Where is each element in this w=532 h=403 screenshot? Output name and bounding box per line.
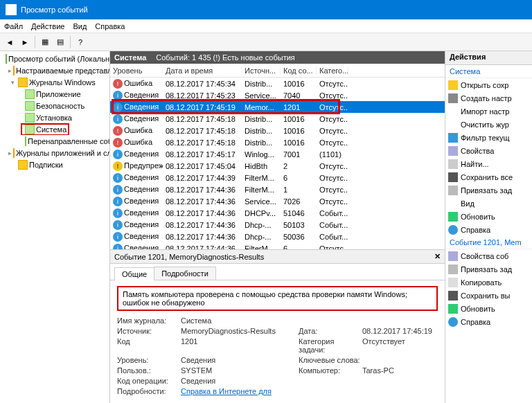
lbl-log: Имя журнала: [117, 316, 181, 325]
action-event-attach[interactable]: Привязать зад [445, 262, 532, 276]
val-source: MemoryDiagnostics-Results [181, 327, 299, 335]
val-level: Сведения [181, 356, 299, 364]
properties-icon [448, 251, 458, 261]
event-row[interactable]: iСведения08.12.2017 17:44:36Dhcp-...5010… [110, 219, 445, 231]
col-category[interactable]: Катего... [317, 66, 348, 75]
message-box: Память компьютера проверена с помощью ср… [117, 286, 438, 311]
show-hide-button[interactable]: ▦ [38, 35, 52, 49]
attach-icon [448, 265, 458, 274]
lbl-user: Пользов.: [117, 366, 181, 375]
col-date[interactable]: Дата и время [163, 66, 242, 75]
filter-icon [448, 133, 458, 143]
val-user: SYSTEM [181, 366, 299, 375]
folder-open-icon [448, 80, 458, 90]
lbl-level: Уровень: [117, 356, 181, 364]
menu-help[interactable]: Справка [95, 22, 125, 30]
lbl-code: Код [117, 337, 181, 354]
link-online-help[interactable]: Справка в Интернете для [181, 387, 272, 395]
event-row[interactable]: iСведения08.12.2017 17:44:36Dhcp-...5003… [110, 231, 445, 242]
event-row[interactable]: iСведения08.12.2017 17:44:36DHCPv...5104… [110, 207, 445, 219]
tree-security[interactable]: Безопасность [0, 100, 109, 111]
window-titlebar: Просмотр событий [0, 0, 532, 19]
tree-setup[interactable]: Установка [0, 111, 109, 123]
menu-view[interactable]: Вид [73, 22, 87, 30]
action-event-props[interactable]: Свойства соб [445, 249, 532, 262]
blank-icon [448, 199, 458, 208]
help-icon [448, 317, 458, 327]
event-row[interactable]: iСведения08.12.2017 17:44:36FilterM...1О… [110, 183, 445, 195]
center-header: Система Событий: 1 435 (!) Есть новые со… [110, 51, 445, 64]
val-log: Система [181, 316, 211, 325]
center-pane: Система Событий: 1 435 (!) Есть новые со… [110, 51, 445, 403]
actions-title: Действия [445, 51, 532, 65]
event-row[interactable]: iСведения08.12.2017 17:45:19Memor...1201… [110, 101, 445, 113]
action-find[interactable]: Найти... [445, 157, 532, 170]
tree-windows-logs[interactable]: ▾Журналы Windows [0, 76, 109, 88]
event-row[interactable]: iСведения08.12.2017 17:45:18Distrib...10… [110, 113, 445, 125]
app-icon [6, 4, 17, 15]
action-view[interactable]: Вид [445, 197, 532, 210]
properties-icon [448, 146, 458, 156]
save-icon [448, 172, 458, 182]
action-copy[interactable]: Копировать [445, 276, 532, 289]
event-row[interactable]: !Ошибка08.12.2017 17:45:34Distrib...1001… [110, 78, 445, 89]
col-level[interactable]: Уровень [110, 66, 163, 75]
tree-forwarded[interactable]: Перенаправленные соб [0, 135, 109, 147]
action-event-help[interactable]: Справка [445, 315, 532, 328]
export-button[interactable]: ▤ [53, 35, 67, 49]
back-button[interactable]: ◄ [3, 35, 17, 49]
tree-application[interactable]: Приложение [0, 88, 109, 100]
action-create-view[interactable]: Создать настр [445, 91, 532, 105]
action-open-saved[interactable]: Открыть сохр [445, 78, 532, 91]
detail-header: Событие 1201, MemoryDiagnostics-Results … [110, 250, 445, 264]
center-status: Событий: 1 435 (!) Есть новые события [156, 53, 294, 62]
tree-root[interactable]: Просмотр событий (Локальн [0, 53, 109, 64]
gear-icon [448, 93, 458, 103]
toolbar: ◄ ► ▦ ▤ ? [0, 33, 532, 51]
action-save-all[interactable]: Сохранить все [445, 170, 532, 183]
col-source[interactable]: Источн... [242, 66, 281, 75]
action-filter[interactable]: Фильтр текущ [445, 131, 532, 144]
event-row[interactable]: !Предупреж...08.12.2017 17:45:04HidBth2О… [110, 160, 445, 172]
tree-subscriptions[interactable]: Подписки [0, 159, 109, 170]
forward-button[interactable]: ► [18, 35, 32, 49]
event-row[interactable]: iСведения08.12.2017 17:45:17Winlog...700… [110, 148, 445, 160]
tree-system[interactable]: Система [0, 123, 109, 135]
tab-general[interactable]: Общие [114, 267, 154, 280]
separator [70, 36, 71, 48]
action-clear[interactable]: Очистить жур [445, 118, 532, 131]
action-event-refresh[interactable]: Обновить [445, 302, 532, 315]
detail-body: Память компьютера проверена с помощью ср… [110, 280, 445, 403]
separator [35, 36, 35, 48]
action-properties[interactable]: Свойства [445, 144, 532, 157]
help-button[interactable]: ? [73, 35, 87, 49]
action-event-save[interactable]: Сохранить вы [445, 289, 532, 302]
tree-custom-views[interactable]: ▸Настраиваемые представл [0, 64, 109, 76]
blank-icon [448, 107, 458, 116]
val-opcode: Сведения [181, 377, 215, 385]
action-refresh[interactable]: Обновить [445, 210, 532, 223]
menu-action[interactable]: Действие [31, 22, 64, 30]
save-icon [448, 291, 458, 301]
tree-app-service-logs[interactable]: ▸Журналы приложений и сл [0, 147, 109, 159]
tab-details[interactable]: Подробности [154, 267, 216, 280]
lbl-opcode: Код операции: [117, 377, 181, 385]
refresh-icon [448, 304, 458, 314]
lbl-category: Категория задачи: [299, 337, 362, 354]
event-row[interactable]: iСведения08.12.2017 17:44:36Service...70… [110, 195, 445, 207]
event-row[interactable]: !Ошибка08.12.2017 17:45:18Distrib...1001… [110, 125, 445, 136]
action-help[interactable]: Справка [445, 223, 532, 236]
action-attach-task[interactable]: Привязать зад [445, 183, 532, 197]
event-row[interactable]: iСведения08.12.2017 17:44:36FilterM...6О… [110, 242, 445, 250]
event-row[interactable]: iСведения08.12.2017 17:45:23Service...70… [110, 89, 445, 101]
event-row[interactable]: iСведения08.12.2017 17:44:39FilterM...6О… [110, 172, 445, 183]
action-import[interactable]: Импорт настр [445, 105, 532, 118]
attach-icon [448, 186, 458, 195]
menu-file[interactable]: Файл [4, 22, 23, 30]
col-code[interactable]: Код со... [281, 66, 317, 75]
event-row[interactable]: !Ошибка08.12.2017 17:45:18Distrib...1001… [110, 136, 445, 148]
close-icon[interactable]: ✕ [434, 252, 441, 261]
tree-pane: Просмотр событий (Локальн ▸Настраиваемые… [0, 51, 110, 403]
val-date: 08.12.2017 17:45:19 [362, 327, 432, 335]
window-title: Просмотр событий [21, 6, 88, 14]
